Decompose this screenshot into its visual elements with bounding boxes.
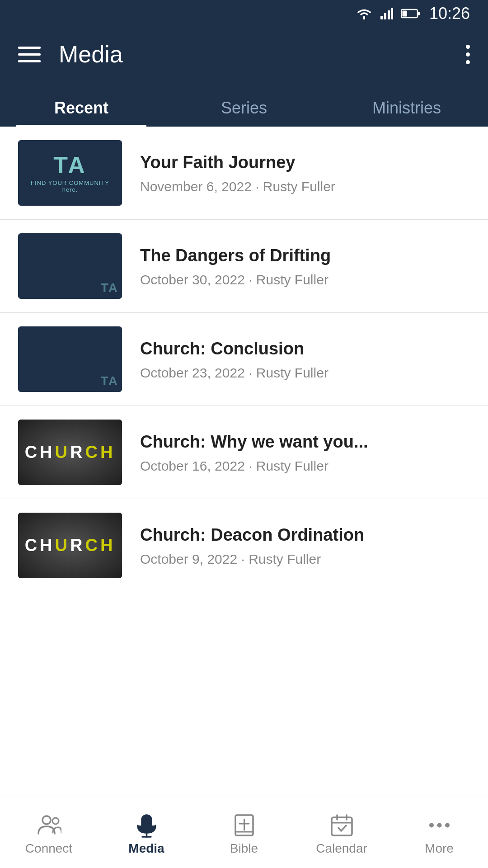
media-title: Church: Why we want you...	[140, 431, 470, 453]
status-time: 10:26	[429, 4, 470, 23]
svg-rect-2	[388, 10, 390, 19]
media-meta: October 23, 2022 · Rusty Fuller	[140, 365, 470, 381]
connect-icon	[35, 813, 62, 838]
svg-rect-5	[418, 12, 420, 15]
ta-logo: TA	[53, 153, 86, 177]
nav-label-more: More	[425, 841, 454, 856]
header-left: Media	[18, 41, 123, 68]
tab-series-label: Series	[221, 99, 267, 117]
media-info: Church: Why we want you... October 16, 2…	[140, 431, 470, 474]
media-thumbnail: TA FIND YOUR COMMUNITYhere.	[18, 140, 122, 206]
svg-point-22	[445, 823, 450, 828]
ta-watermark: TA	[101, 281, 118, 295]
media-item[interactable]: TA The Dangers of Drifting October 30, 2…	[0, 220, 488, 313]
church-text: CHURCH	[25, 443, 116, 462]
media-info: Church: Conclusion October 23, 2022 · Ru…	[140, 338, 470, 381]
svg-point-21	[437, 823, 441, 828]
svg-rect-16	[332, 817, 352, 835]
nav-item-bible[interactable]: Bible	[195, 808, 293, 856]
battery-icon	[401, 9, 421, 19]
tabs-bar: Recent Series Ministries	[0, 81, 488, 127]
page-title: Media	[59, 41, 123, 68]
more-icon	[426, 813, 453, 838]
media-title: Church: Conclusion	[140, 338, 470, 360]
svg-rect-1	[384, 13, 386, 19]
tab-ministries[interactable]: Ministries	[325, 99, 488, 127]
svg-point-7	[42, 816, 51, 824]
media-thumbnail: CHURCH	[18, 420, 122, 485]
nav-item-calendar[interactable]: Calendar	[293, 808, 390, 856]
media-meta: October 16, 2022 · Rusty Fuller	[140, 458, 470, 474]
svg-point-8	[52, 818, 59, 824]
nav-label-media: Media	[128, 841, 164, 856]
svg-rect-6	[402, 11, 407, 17]
tab-recent[interactable]: Recent	[0, 99, 163, 127]
media-thumbnail: TA	[18, 326, 122, 392]
bottom-nav: Connect Media Bible	[0, 796, 488, 868]
media-item[interactable]: CHURCH Church: Deacon Ordination October…	[0, 499, 488, 592]
status-bar: 10:26	[0, 0, 488, 27]
media-info: The Dangers of Drifting October 30, 2022…	[140, 245, 470, 288]
calendar-icon	[328, 813, 355, 838]
media-title: The Dangers of Drifting	[140, 245, 470, 267]
ta-subtitle: FIND YOUR COMMUNITYhere.	[31, 179, 109, 193]
nav-item-connect[interactable]: Connect	[0, 808, 98, 856]
media-meta: November 6, 2022 · Rusty Fuller	[140, 179, 470, 194]
svg-rect-0	[380, 16, 383, 19]
media-item[interactable]: TA FIND YOUR COMMUNITYhere. Your Faith J…	[0, 127, 488, 220]
media-thumbnail: TA	[18, 233, 122, 299]
media-info: Your Faith Journey November 6, 2022 · Ru…	[140, 151, 470, 194]
nav-label-calendar: Calendar	[316, 841, 367, 856]
media-list: TA FIND YOUR COMMUNITYhere. Your Faith J…	[0, 127, 488, 592]
media-meta: October 30, 2022 · Rusty Fuller	[140, 272, 470, 288]
bible-icon	[230, 813, 258, 838]
tab-recent-label: Recent	[54, 99, 108, 117]
media-info: Church: Deacon Ordination October 9, 202…	[140, 524, 470, 567]
nav-label-bible: Bible	[230, 841, 258, 856]
status-icons: 10:26	[356, 4, 470, 23]
media-title: Your Faith Journey	[140, 151, 470, 174]
tab-series[interactable]: Series	[163, 99, 325, 127]
media-item[interactable]: TA Church: Conclusion October 23, 2022 ·…	[0, 313, 488, 406]
media-item[interactable]: CHURCH Church: Why we want you... Octobe…	[0, 406, 488, 499]
media-icon	[133, 813, 160, 838]
menu-button[interactable]	[18, 47, 41, 62]
nav-item-more[interactable]: More	[390, 808, 488, 856]
signal-icon	[380, 8, 393, 19]
more-options-button[interactable]	[466, 45, 470, 64]
tab-ministries-label: Ministries	[372, 99, 441, 117]
wifi-icon	[356, 8, 372, 19]
media-title: Church: Deacon Ordination	[140, 524, 470, 546]
ta-watermark: TA	[101, 374, 118, 388]
media-thumbnail: CHURCH	[18, 513, 122, 578]
svg-rect-3	[391, 8, 393, 19]
svg-point-20	[429, 823, 434, 828]
nav-item-media[interactable]: Media	[98, 808, 195, 856]
church-text: CHURCH	[25, 536, 116, 555]
nav-label-connect: Connect	[25, 841, 72, 856]
app-header: Media	[0, 27, 488, 81]
media-meta: October 9, 2022 · Rusty Fuller	[140, 552, 470, 567]
